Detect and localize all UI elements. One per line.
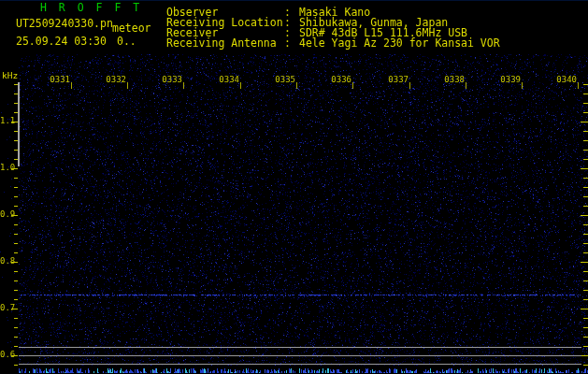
y-axis-tick-left xyxy=(11,355,18,356)
y-axis-tick-left xyxy=(14,327,18,328)
y-axis-tick-right xyxy=(583,140,588,141)
y-axis-tick-left xyxy=(14,346,18,347)
x-axis-label: 0340 xyxy=(552,76,577,84)
x-axis-label: 0336 xyxy=(327,76,351,84)
x-axis-tick xyxy=(466,82,466,89)
y-axis-tick-left xyxy=(14,271,18,272)
y-axis-tick-right xyxy=(583,318,588,319)
reference-line xyxy=(19,364,581,365)
y-axis-tick-left xyxy=(14,365,18,366)
y-axis-tick-right xyxy=(583,196,588,197)
x-axis-label: 0339 xyxy=(496,76,521,84)
x-axis-label: 0334 xyxy=(215,76,239,84)
reference-line xyxy=(19,347,581,348)
x-axis-tick xyxy=(578,82,579,89)
y-axis-tick-right xyxy=(583,131,588,132)
header-field-row-antenna: Receiving Antenna : 4ele Yagi Az 230 for… xyxy=(0,36,588,48)
y-axis-tick-right xyxy=(583,299,588,300)
y-axis-tick-right xyxy=(583,94,588,94)
y-axis-tick-right xyxy=(581,122,588,122)
x-axis-label: 0335 xyxy=(271,76,295,84)
x-axis-label: 0331 xyxy=(46,76,70,84)
y-axis-tick-left xyxy=(14,234,18,235)
x-axis-label: 0332 xyxy=(102,76,126,84)
y-axis-tick-left xyxy=(14,337,18,338)
x-axis-tick xyxy=(409,82,410,89)
y-axis-tick-right xyxy=(581,262,588,263)
y-axis-tick-right xyxy=(583,337,588,338)
y-axis-tick-left xyxy=(14,178,18,179)
y-axis-tick-right xyxy=(583,234,588,235)
y-axis-tick-left xyxy=(14,290,18,291)
y-axis-tick-right xyxy=(581,309,588,309)
y-axis-tick-right xyxy=(581,355,588,356)
y-axis-tick-left xyxy=(11,168,18,169)
spectrogram-noise-canvas xyxy=(0,0,588,374)
field-colon: : xyxy=(284,36,291,50)
y-axis-tick-right xyxy=(583,224,588,225)
y-axis-tick-right xyxy=(583,178,588,179)
y-axis-tick-right xyxy=(583,112,588,113)
y-axis-tick-right xyxy=(583,271,588,272)
y-axis-tick-left xyxy=(14,299,18,300)
y-axis-tick-left xyxy=(11,122,18,122)
x-axis-tick xyxy=(522,82,523,89)
y-axis-tick-right xyxy=(583,150,588,151)
y-axis-tick-right xyxy=(583,346,588,347)
y-axis-tick-left xyxy=(14,252,18,253)
y-axis-tick-left xyxy=(14,187,18,188)
reference-line xyxy=(19,355,581,356)
y-axis-tick-right xyxy=(583,290,588,291)
y-axis-tick-right xyxy=(581,215,588,216)
y-axis-tick-right xyxy=(583,206,588,207)
x-axis-tick xyxy=(183,82,184,89)
x-axis-tick xyxy=(71,82,72,89)
field-label: Receiving Antenna xyxy=(166,36,277,50)
x-axis-tick xyxy=(127,82,128,89)
y-axis-tick-right xyxy=(583,327,588,328)
y-axis-line xyxy=(18,82,20,166)
x-axis-tick xyxy=(296,82,297,89)
y-axis-tick-right xyxy=(583,243,588,244)
y-axis-tick-right xyxy=(583,280,588,281)
hrofft-screen: H R O F F T UT2509240330.pn meteor 25.09… xyxy=(0,0,588,374)
y-axis-unit: kHz xyxy=(2,71,18,80)
x-axis-label: 0338 xyxy=(440,76,465,84)
y-axis-tick-left xyxy=(14,206,18,207)
y-axis-tick-right xyxy=(583,187,588,188)
field-value: 4ele Yagi Az 230 for Kansai VOR xyxy=(299,36,500,50)
y-axis-tick-left xyxy=(11,309,18,309)
x-axis-label: 0337 xyxy=(384,76,409,84)
y-axis-tick-right xyxy=(583,103,588,104)
y-axis-tick-right xyxy=(583,84,588,85)
y-axis-tick-left xyxy=(14,280,18,281)
y-axis-tick-left xyxy=(14,243,18,244)
y-axis-tick-left xyxy=(14,224,18,225)
x-axis-tick xyxy=(240,82,241,89)
y-axis-tick-left xyxy=(11,262,18,263)
y-axis-tick-right xyxy=(581,168,588,169)
x-axis-tick xyxy=(352,82,353,89)
y-axis-tick-left xyxy=(14,318,18,319)
y-axis-tick-left xyxy=(14,196,18,197)
y-axis-tick-left xyxy=(11,215,18,216)
y-axis-tick-right xyxy=(583,159,588,160)
x-axis-label: 0333 xyxy=(158,76,182,84)
y-axis-tick-right xyxy=(583,365,588,366)
y-axis-tick-right xyxy=(583,252,588,253)
